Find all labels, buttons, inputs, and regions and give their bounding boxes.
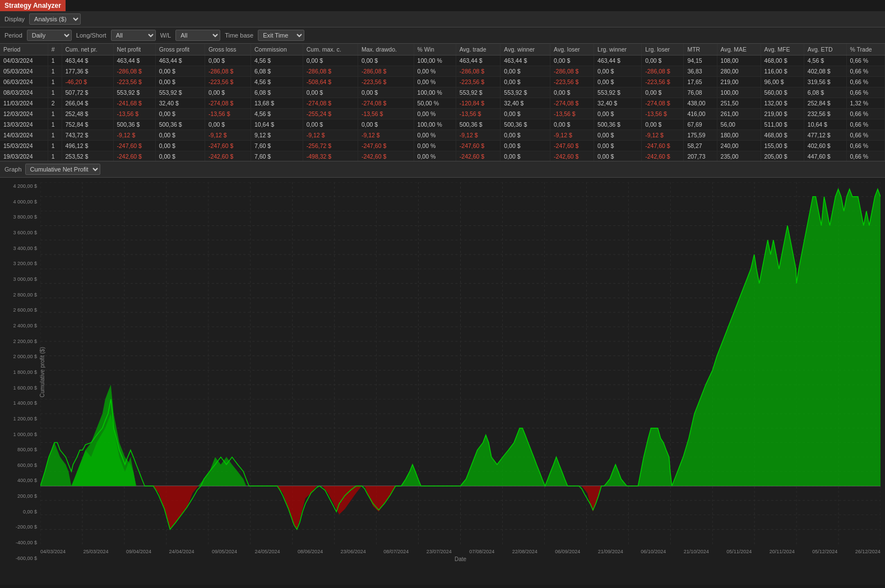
table-cell: -13,56 $ [113,109,155,119]
table-cell: 100,00 % [414,119,456,130]
col-mtr: MTR [684,44,717,55]
table-cell: 0,00 $ [642,87,684,98]
longshort-select[interactable]: All Long Short [111,30,156,41]
table-cell: 280,00 [717,66,761,77]
table-cell: 0,00 $ [501,151,550,162]
table-cell: -120,84 $ [456,98,501,109]
table-cell: -46,20 $ [62,77,113,87]
display-select[interactable]: Analysis ($) Analysis (%) Summary [29,13,81,25]
table-cell: 05/03/2024 [0,66,48,77]
y-label: 0,00 $ [0,509,40,515]
table-cell: -241,68 $ [113,98,155,109]
x-label: 09/04/2024 [126,549,151,554]
table-row: 08/03/20241507,72 $553,92 $553,92 $0,00 … [0,87,885,98]
table-cell: -242,60 $ [113,151,155,162]
table-cell: 76,08 [684,87,717,98]
table-cell: -13,56 $ [205,109,251,119]
table-cell: -256,72 $ [303,141,358,151]
table-cell: 553,92 $ [155,87,205,98]
timebase-label: Time base [225,32,253,39]
table-cell: 0,00 % [414,66,456,77]
table-cell: -13,56 $ [550,109,594,119]
table-cell: -247,60 $ [642,141,684,151]
table-cell: 0,00 $ [358,87,414,98]
x-label: 06/09/2024 [555,549,580,554]
table-row: 15/03/20241496,12 $-247,60 $0,00 $-247,6… [0,141,885,151]
table-cell: 500,36 $ [456,119,501,130]
table-cell: 0,00 $ [642,55,684,66]
table-cell: 477,12 $ [804,130,846,141]
y-label: 1 400,00 $ [0,400,40,406]
timebase-select[interactable]: Exit Time Entry Time [258,30,304,41]
col-commission: Commission [251,44,303,55]
period-select[interactable]: Daily Weekly Monthly [27,30,72,41]
table-cell: 04/03/2024 [0,55,48,66]
y-label: 2 400,00 $ [0,323,40,328]
table-cell: 6,08 $ [251,66,303,77]
table-cell: 0,66 % [846,141,884,151]
table-cell: 0,00 $ [155,151,205,162]
table-cell: 232,56 $ [804,109,846,119]
table-cell: -13,56 $ [358,109,414,119]
wl-select[interactable]: All Winners Losers [175,30,220,41]
col-lrg-winner: Lrg. winner [594,44,642,55]
table-cell: 0,00 $ [501,109,550,119]
table-cell: 32,40 $ [501,98,550,109]
table-cell: -223,56 $ [642,77,684,87]
table-cell: 0,00 $ [205,87,251,98]
table-cell: 1 [48,66,62,77]
x-axis-title: Date [40,556,881,562]
table-cell: 0,00 $ [501,141,550,151]
table-cell: 0,00 % [414,77,456,87]
table-cell: 6,08 $ [251,87,303,98]
table-cell: 10,64 $ [251,119,303,130]
table-cell: 1 [48,55,62,66]
table-cell: -286,08 $ [303,66,358,77]
y-label: -600,00 $ [0,555,40,561]
y-label: 1 600,00 $ [0,385,40,391]
col-avg-trade: Avg. trade [456,44,501,55]
table-cell: -498,32 $ [303,151,358,162]
table-cell: -508,64 $ [303,77,358,87]
data-table-container: Period # Cum. net pr. Net profit Gross p… [0,44,885,161]
wl-label: W/L [160,32,172,39]
table-cell: 100,00 [717,87,761,98]
table-cell: 266,04 $ [62,98,113,109]
y-label: 1 000,00 $ [0,432,40,437]
table-cell: 463,44 $ [155,55,205,66]
table-cell: 155,00 $ [761,141,804,151]
x-label: 26/12/2024 [855,549,881,554]
table-cell: 496,12 $ [62,141,113,151]
y-label: -200,00 $ [0,524,40,530]
table-row: 19/03/20241253,52 $-242,60 $0,00 $-242,6… [0,151,885,162]
col-gross-loss: Gross loss [205,44,251,55]
table-cell: 463,44 $ [594,55,642,66]
table-cell: 11/03/2024 [0,98,48,109]
table-cell: 9,12 $ [251,130,303,141]
table-row: 05/03/20241177,36 $-286,08 $0,00 $-286,0… [0,66,885,77]
table-cell: 553,92 $ [113,87,155,98]
col-avg-mae: Avg. MAE [717,44,761,55]
table-cell: -247,60 $ [358,141,414,151]
table-cell: 56,00 [717,119,761,130]
table-cell: 19/03/2024 [0,151,48,162]
table-cell: 6,08 $ [804,87,846,98]
table-cell: 0,00 $ [594,151,642,162]
chart-area: 4 200,00 $ 4 000,00 $ 3 800,00 $ 3 600,0… [0,178,885,585]
y-label: 3 200,00 $ [0,261,40,266]
y-label: 2 800,00 $ [0,292,40,298]
table-cell: 240,00 [717,141,761,151]
table-cell: 468,00 $ [761,130,804,141]
table-cell: 447,60 $ [804,151,846,162]
col-pct-win: % Win [414,44,456,55]
x-label: 08/06/2024 [298,549,323,554]
table-cell: 0,00 $ [358,119,414,130]
table-cell: 100,00 % [414,55,456,66]
table-cell: 1 [48,151,62,162]
chart-type-select[interactable]: Cumulative Net Profit Net Profit Drawdow… [25,164,100,175]
table-cell: -247,60 $ [113,141,155,151]
chart-inner: Cumulative profit ($) [40,182,881,562]
table-cell: 463,44 $ [501,55,550,66]
table-cell: 4,56 $ [804,55,846,66]
table-cell: -286,08 $ [205,66,251,77]
